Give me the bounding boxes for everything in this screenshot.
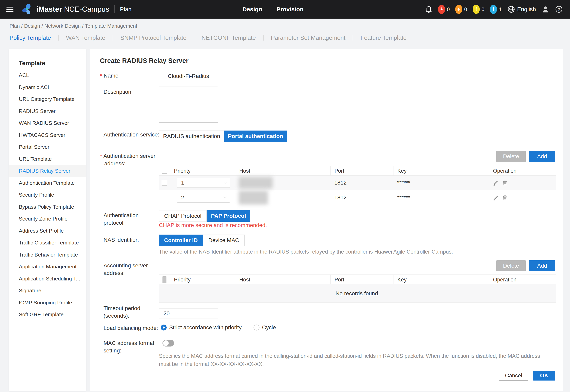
timeout-label: Timeout period (seconds):	[103, 305, 161, 320]
priority-dropdown[interactable]: 2	[177, 193, 230, 203]
tab-parameter-set-management[interactable]: Parameter Set Management	[264, 34, 353, 41]
sidebar-item-application-management[interactable]: Application Management	[9, 261, 86, 273]
alarm-minor[interactable]: ! 0	[473, 5, 484, 14]
sidebar-item-address-set-profile[interactable]: Address Set Profile	[9, 225, 86, 237]
tab-snmp-protocol-template[interactable]: SNMP Protocol Template	[113, 34, 194, 41]
accounting-servers-add-button[interactable]: Add	[529, 260, 555, 271]
sidebar-item-dynamic-acl[interactable]: Dynamic ACL	[9, 81, 86, 93]
tab-bar: Policy Template WAN Template SNMP Protoc…	[10, 34, 414, 41]
name-input[interactable]	[159, 71, 218, 81]
pap-protocol-button[interactable]: PAP Protocol	[207, 210, 250, 222]
template-sidebar: Template ACL Dynamic ACL URL Category Te…	[9, 49, 86, 391]
required-marker: *	[100, 153, 102, 159]
row-checkbox[interactable]	[162, 180, 167, 185]
row-checkbox[interactable]	[162, 195, 167, 200]
tab-wan-template[interactable]: WAN Template	[59, 34, 113, 41]
major-count: 0	[464, 6, 467, 13]
header-nav: Design Provision	[242, 0, 304, 19]
cancel-button[interactable]: Cancel	[499, 371, 528, 380]
nas-identifier-label: NAS identifier:	[103, 236, 161, 244]
device-mac-button[interactable]: Device MAC	[203, 235, 245, 246]
portal-authentication-button[interactable]: Portal authentication	[224, 130, 287, 142]
ok-button[interactable]: OK	[533, 371, 555, 380]
nav-design[interactable]: Design	[242, 6, 262, 13]
tab-feature-template[interactable]: Feature Template	[353, 34, 414, 41]
sidebar-item-security-zone-profile[interactable]: Security Zone Profile	[9, 213, 86, 225]
accounting-servers-table-header: Priority Host Port Key Operation	[159, 275, 556, 284]
auth-servers-table-header: Priority Host Port Key Operation	[159, 166, 556, 176]
radio-selected-icon	[161, 324, 167, 331]
sidebar-heading: Template	[9, 49, 86, 69]
sidebar-item-igmp-snooping-profile[interactable]: IGMP Snooping Profile	[9, 297, 86, 309]
column-priority: Priority	[170, 275, 235, 284]
select-all-checkbox[interactable]	[162, 168, 167, 174]
sidebar-item-application-scheduling[interactable]: Application Scheduling T...	[9, 273, 86, 285]
language-label: English	[517, 6, 536, 13]
controller-id-button[interactable]: Controller ID	[159, 235, 203, 246]
radio-unselected-icon	[253, 324, 260, 331]
priority-dropdown[interactable]: 1	[177, 178, 230, 188]
alarm-major[interactable]: 0	[455, 5, 467, 14]
tab-policy-template[interactable]: Policy Template	[10, 34, 58, 41]
sidebar-item-radius-server[interactable]: RADIUS Server	[9, 105, 86, 117]
breadcrumb[interactable]: Plan / Design / Network Design / Templat…	[10, 23, 137, 29]
sidebar-item-security-profile[interactable]: Security Profile	[9, 189, 86, 201]
auth-servers-add-button[interactable]: Add	[529, 151, 555, 162]
sidebar-item-portal-server[interactable]: Portal Server	[9, 141, 86, 153]
chap-warning-text: CHAP is more secure and is recommended.	[159, 222, 267, 228]
info-icon: i	[490, 5, 497, 14]
sidebar-item-acl[interactable]: ACL	[9, 69, 86, 81]
accounting-servers-delete-button[interactable]: Delete	[496, 260, 526, 271]
description-textarea[interactable]	[159, 86, 218, 123]
mac-format-toggle[interactable]	[162, 340, 174, 347]
no-records-message: No records found.	[159, 284, 556, 303]
sidebar-item-radius-relay-server[interactable]: RADIUS Relay Server	[9, 165, 86, 177]
user-avatar-icon[interactable]	[541, 5, 549, 13]
sidebar-item-soft-gre-template[interactable]: Soft GRE Template	[9, 308, 86, 321]
sidebar-item-wan-radius-server[interactable]: WAN RADIUS Server	[9, 117, 86, 129]
sidebar-item-bypass-policy-template[interactable]: Bypass Policy Template	[9, 201, 86, 213]
edit-pencil-icon[interactable]	[493, 195, 499, 201]
auth-server-address-label: * Authentication server address:	[100, 152, 157, 167]
svg-text:?: ?	[557, 7, 560, 12]
sidebar-item-hwtacacs-server[interactable]: HWTACACS Server	[9, 129, 86, 141]
nas-identifier-segmented: Controller ID Device MAC	[159, 235, 245, 246]
radio-cycle[interactable]: Cycle	[253, 324, 276, 331]
hamburger-menu-icon[interactable]	[6, 5, 14, 13]
edit-pencil-icon[interactable]	[493, 180, 499, 186]
host-redacted-value	[239, 177, 273, 189]
page-title: Create RADIUS Relay Server	[100, 57, 189, 65]
column-operation: Operation	[489, 166, 556, 175]
radio-strict-priority[interactable]: Strict accordance with priority	[161, 324, 242, 331]
sidebar-item-traffic-classifier-template[interactable]: Traffic Classifier Template	[9, 237, 86, 249]
alarm-critical[interactable]: 0	[438, 5, 450, 14]
delete-trash-icon[interactable]	[502, 195, 508, 201]
chap-protocol-button[interactable]: CHAP Protocol	[159, 210, 207, 222]
radio-cycle-label: Cycle	[262, 324, 276, 331]
critical-count: 0	[447, 6, 450, 13]
alarm-info[interactable]: i 1	[490, 5, 501, 14]
column-key: Key	[393, 166, 489, 175]
help-icon[interactable]: ?	[555, 5, 563, 13]
sidebar-item-signature[interactable]: Signature	[9, 285, 86, 297]
delete-trash-icon[interactable]	[502, 180, 508, 186]
sidebar-item-authentication-template[interactable]: Authentication Template	[9, 177, 86, 189]
radius-authentication-button[interactable]: RADIUS authentication	[159, 130, 224, 142]
auth-servers-delete-button[interactable]: Delete	[496, 151, 526, 162]
description-label: Description:	[103, 88, 161, 96]
language-selector[interactable]: English	[507, 5, 536, 13]
sidebar-item-url-template[interactable]: URL Template	[9, 153, 86, 165]
critical-flame-icon	[438, 5, 445, 14]
page: iMaster NCE-Campus Plan Design Provision…	[0, 0, 570, 392]
sidebar-item-url-category-template[interactable]: URL Category Template	[9, 93, 86, 105]
nas-identifier-note: The value of the NAS-Identifier attribut…	[159, 249, 453, 255]
load-balancing-label: Load balancing mode:	[103, 324, 161, 332]
nav-provision[interactable]: Provision	[277, 6, 304, 13]
notification-bell-icon[interactable]	[425, 5, 432, 14]
header-actions: 0 0 ! 0 i 1 English	[425, 0, 563, 19]
radio-strict-priority-label: Strict accordance with priority	[169, 324, 242, 331]
sidebar-item-traffic-behavior-template[interactable]: Traffic Behavior Template	[9, 249, 86, 261]
tab-netconf-template[interactable]: NETCONF Template	[194, 34, 263, 41]
select-all-checkbox-disabled	[162, 276, 166, 283]
timeout-input[interactable]	[159, 308, 218, 318]
